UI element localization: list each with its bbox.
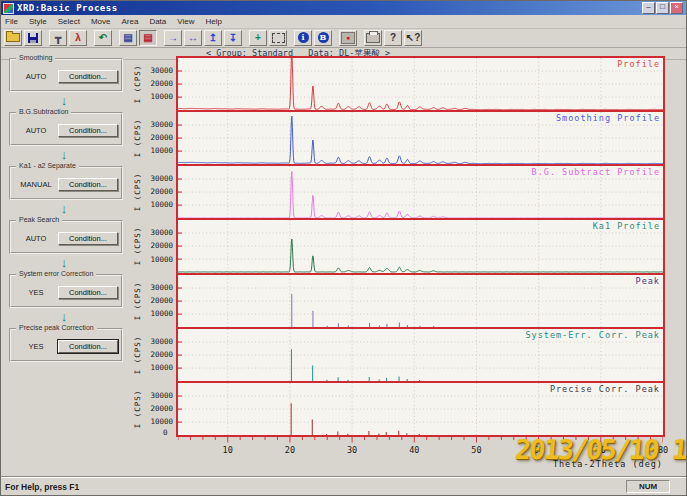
center-peak-icon[interactable]: +	[249, 30, 267, 46]
step-title: System error Correction	[16, 270, 96, 277]
y-tick-label: 20000	[150, 350, 173, 359]
display-mode-icon: ●	[341, 32, 355, 44]
layout-stacked-icon[interactable]: ▤	[139, 30, 157, 46]
window-title: XRD:Basic Process	[17, 3, 118, 13]
y-tick-label: 30000	[150, 391, 173, 400]
info-i-icon[interactable]: i	[294, 30, 312, 46]
menu-view[interactable]: View	[177, 17, 194, 26]
y-axis-title: I (CPS)	[133, 332, 142, 378]
panel-label: System-Err. Corr. Peak	[525, 330, 660, 340]
y-tick-label: 20000	[150, 296, 173, 305]
close-button[interactable]: ×	[670, 2, 683, 14]
axis-setup-icon[interactable]: ┳	[49, 30, 67, 46]
step-group-ka1-a2-separate: Ka1 - a2 SeparateMANUALCondition...	[9, 166, 123, 200]
app-icon	[3, 3, 14, 14]
step-mode-value: YES	[14, 342, 58, 351]
condition-button[interactable]: Condition...	[58, 232, 118, 245]
x-tick-label: 10	[223, 445, 233, 455]
context-help-icon[interactable]: ↖?	[404, 30, 422, 46]
panel-label: Precise Corr. Peak	[550, 384, 660, 394]
toolbar-separator	[158, 30, 163, 46]
smooth-arrow-icon[interactable]: →	[164, 30, 182, 46]
step-title: Peak Search	[16, 216, 62, 223]
toolbar-separator	[43, 30, 48, 46]
step-title: B.G.Subtraction	[16, 108, 71, 115]
chart-panel-profile: Profile300002000010000I (CPS)	[178, 58, 663, 112]
y-tick-label: 10000	[150, 363, 173, 372]
print-icon[interactable]	[364, 30, 382, 46]
help-icon[interactable]: ?	[384, 30, 402, 46]
select-area-icon	[272, 33, 285, 43]
minimize-button[interactable]: –	[642, 2, 655, 14]
y-tick-label: 20000	[150, 187, 173, 196]
step-group-peak-search: Peak SearchAUTOCondition...	[9, 220, 123, 254]
y-axis-title: I (CPS)	[133, 223, 142, 269]
condition-button[interactable]: Condition...	[58, 286, 118, 299]
display-mode-icon[interactable]: ●	[339, 30, 357, 46]
condition-button[interactable]: Condition...	[58, 124, 118, 137]
menu-area[interactable]: Area	[121, 17, 138, 26]
shift-down-icon[interactable]: ↧	[224, 30, 242, 46]
status-help-text: For Help, press F1	[1, 482, 79, 492]
menu-help[interactable]: Help	[206, 17, 222, 26]
panel-label: Profile	[617, 59, 660, 69]
condition-button[interactable]: Condition...	[58, 178, 118, 191]
toolbar-separator	[243, 30, 248, 46]
y-axis-title: I (CPS)	[133, 278, 142, 324]
camera-timestamp: 2013/05/10 15:2	[514, 434, 687, 465]
undo-icon[interactable]: ↶	[94, 30, 112, 46]
y-tick-label: 30000	[150, 337, 173, 346]
panel-label: B.G. Subtract Profile	[532, 167, 660, 177]
y-tick-label: 30000	[150, 174, 173, 183]
save-icon[interactable]	[24, 30, 42, 46]
open-icon	[6, 33, 20, 42]
step-group-b-g-subtraction: B.G.SubtractionAUTOCondition...	[9, 112, 123, 146]
maximize-button[interactable]: □	[656, 2, 669, 14]
x-tick-label: 30	[347, 445, 357, 455]
menu-bar: FileStyleSelectMoveAreaDataViewHelp	[1, 15, 687, 29]
menu-select[interactable]: Select	[58, 17, 80, 26]
y-tick-label: 10000	[150, 146, 173, 155]
step-mode-value: YES	[14, 288, 58, 297]
menu-file[interactable]: File	[5, 17, 18, 26]
panel-label: Smoothing Profile	[556, 113, 660, 123]
toolbar-separator	[358, 30, 363, 46]
y-axis-title: I (CPS)	[133, 386, 142, 432]
chart-panel-ka1-profile: Ka1 Profile300002000010000I (CPS)	[178, 220, 663, 274]
select-area-icon[interactable]	[269, 30, 287, 46]
panel-label: Ka1 Profile	[593, 221, 660, 231]
layout-overlap-icon[interactable]: ▤	[119, 30, 137, 46]
y-tick-label: 30000	[150, 120, 173, 129]
step-mode-value: MANUAL	[14, 180, 58, 189]
chart-panel-smoothing-profile: Smoothing Profile300002000010000I (CPS)	[178, 112, 663, 166]
open-icon[interactable]	[4, 30, 22, 46]
info-b-icon[interactable]: B	[314, 30, 332, 46]
expand-horizontal-icon[interactable]: ↔	[184, 30, 202, 46]
info-b-icon: B	[318, 32, 329, 43]
y-tick-label: 20000	[150, 242, 173, 251]
toolbar-separator	[113, 30, 118, 46]
y-tick-label: 10000	[150, 255, 173, 264]
lambda-icon[interactable]: λ	[69, 30, 87, 46]
menu-move[interactable]: Move	[91, 17, 111, 26]
y-axis-title: I (CPS)	[133, 61, 142, 107]
x-tick-label: 40	[409, 445, 419, 455]
x-tick-label: 50	[471, 445, 481, 455]
y-tick-label: 10000	[150, 417, 173, 426]
print-icon	[366, 33, 380, 43]
condition-button[interactable]: Condition...	[58, 70, 118, 83]
chart-panel-system-err-corr-peak: System-Err. Corr. Peak300002000010000I (…	[178, 329, 663, 383]
chart-panel-b-g-subtract-profile: B.G. Subtract Profile300002000010000I (C…	[178, 166, 663, 220]
y-tick-label: 10000	[150, 309, 173, 318]
shift-up-icon[interactable]: ↥	[204, 30, 222, 46]
y-tick-label: 20000	[150, 133, 173, 142]
panel-label: Peak	[636, 276, 660, 286]
window-controls: –□×	[642, 2, 686, 14]
step-mode-value: AUTO	[14, 126, 58, 135]
step-title: Smoothing	[16, 54, 55, 61]
menu-data[interactable]: Data	[149, 17, 166, 26]
menu-style[interactable]: Style	[29, 17, 47, 26]
info-i-icon: i	[298, 32, 309, 43]
condition-button[interactable]: Condition...	[58, 340, 118, 353]
app-window: XRD:Basic Process –□× FileStyleSelectMov…	[0, 0, 687, 496]
